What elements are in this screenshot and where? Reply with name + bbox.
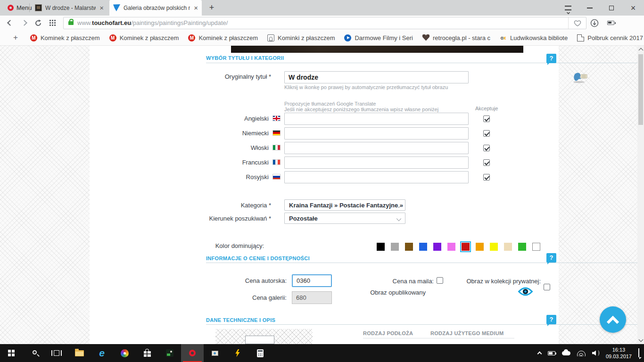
minimize-button[interactable] [579,0,601,16]
taskbar-start[interactable] [0,344,23,362]
language-label: Francuski [198,159,269,166]
close-icon: × [631,5,636,11]
published-eye-icon[interactable] [518,287,533,298]
bookmark-label: Polbruk cennik 2017 c [587,34,644,41]
taskbar-internet-explorer[interactable]: e [91,344,113,362]
tab-inactive[interactable]: W drodze - Malarstwo - Pe× [31,0,107,16]
taskbar-calculator[interactable] [249,344,272,362]
bookmark-item[interactable]: Kominek z płaszczem [183,34,263,41]
taskbar-file-explorer[interactable] [68,344,91,362]
taskbar-photo-app[interactable] [158,344,181,362]
bookmark-label: Kominek z płaszczem [41,34,100,41]
play-icon [344,34,351,41]
color-swatch-gray[interactable] [391,243,399,251]
category-select[interactable]: Kraina Fantazji » Postacie Fantazyjne » [284,199,405,211]
color-swatch-brown[interactable] [405,243,413,251]
opera-icon [189,350,196,356]
bookmark-item[interactable]: Kominki z płaszczem [263,34,339,41]
taskbar-opera[interactable] [181,344,204,362]
download-icon [590,19,599,27]
translate-icon[interactable] [571,70,588,85]
help-button-section2[interactable]: ? [546,253,556,263]
new-tab-button[interactable]: + [206,3,217,13]
speed-dial-button[interactable] [45,16,59,30]
accept-checkbox-fr[interactable] [483,159,490,166]
bookmark-item[interactable]: Kominek z płaszczem [105,34,184,41]
translation-input-gb[interactable] [284,113,469,125]
price-on-email-checkbox[interactable] [437,277,443,284]
add-bookmark-button[interactable]: + [13,33,18,42]
bookmark-heart-button[interactable] [568,17,586,29]
taskbar-windows-store[interactable] [136,344,158,362]
translation-input-it[interactable] [284,142,469,154]
address-bar: www.touchofart.eu/paintings/paintingsPai… [0,16,644,30]
maximize-button[interactable] [601,0,622,16]
color-swatch-red[interactable] [462,243,470,251]
tray-volume-button[interactable] [592,350,599,356]
scrollbar-up-arrow[interactable] [638,48,643,53]
accept-checkbox-gb[interactable] [483,115,490,122]
back-button[interactable] [3,16,17,30]
scrollbar-thumb[interactable] [638,54,643,125]
battery-saver-button[interactable] [603,16,619,30]
color-swatch-purple[interactable] [433,243,441,251]
bookmark-item[interactable]: Darmowe Filmy i Seri [339,34,418,41]
color-swatch-green[interactable] [518,243,526,251]
accept-checkbox-it[interactable] [483,145,490,151]
tray-onedrive-button[interactable] [562,351,570,355]
bookmark-item[interactable]: Ludwikowska bibliote [495,34,572,41]
private-collection-checkbox[interactable] [544,284,550,290]
accept-checkbox-ru[interactable] [483,174,490,181]
author-price-input[interactable] [292,274,332,287]
bookmark-label: retrocegla.pl - stara c [433,34,490,41]
tab-active[interactable]: Galeria obrazów polskich n× [109,0,202,16]
help-button-section1[interactable]: ? [546,54,556,63]
color-swatch-yellow[interactable] [490,243,498,251]
windows-store-icon [144,351,151,357]
help-button-section3[interactable]: ? [546,315,556,324]
close-button[interactable]: × [622,0,644,16]
tray-wifi-button[interactable] [577,350,586,356]
translation-input-fr[interactable] [284,156,469,169]
sidebar-toggle-button[interactable] [557,0,579,16]
original-title-input[interactable] [284,71,469,83]
taskbar-search[interactable] [23,344,45,362]
color-swatch-blue[interactable] [419,243,427,251]
taskbar-picasa[interactable] [113,344,136,362]
taskbar-task-view[interactable] [45,344,68,362]
color-swatch-black[interactable] [377,243,385,251]
upload-box[interactable] [245,336,274,344]
category-label: Kategoria * [186,202,271,209]
internet-explorer-icon: e [99,348,105,358]
translation-input-de[interactable] [284,127,469,140]
tab-close-button[interactable]: × [99,4,104,11]
forward-button[interactable] [17,16,31,30]
taskbar-image-viewer[interactable] [204,344,226,362]
scroll-to-top-button[interactable] [600,306,626,333]
reload-icon [34,19,42,27]
url-field[interactable]: www.touchofart.eu/paintings/paintingsPai… [63,17,586,29]
taskbar-winamp[interactable] [226,344,249,362]
color-swatch-white[interactable] [532,243,540,251]
color-swatch-beige[interactable] [504,243,512,251]
color-swatch-orange[interactable] [476,243,484,251]
page-scrollbar[interactable] [637,46,644,344]
tab-bar: Menu + × W drodze - Malarstwo - Pe×Galer… [0,0,644,16]
tray-battery-button[interactable] [548,351,555,355]
taskbar-clock[interactable]: 16:13 09.03.2017 [606,346,632,360]
downloads-button[interactable] [586,16,603,30]
action-center-button[interactable] [638,349,639,357]
search-direction-select[interactable]: Pozostałe [284,213,405,224]
bookmark-item[interactable]: retrocegla.pl - stara c [418,34,495,41]
reload-button[interactable] [31,16,45,30]
window-controls: × [557,0,644,16]
bookmark-item[interactable]: Polbruk cennik 2017 c [572,34,644,41]
bookmark-item[interactable]: Kominek z płaszczem [25,34,105,41]
tab-close-button[interactable]: × [194,4,198,11]
search-icon [33,350,37,354]
accept-checkbox-de[interactable] [483,130,490,137]
tray-chevron-up-button[interactable] [538,351,541,355]
color-swatch-pink[interactable] [447,243,455,251]
translation-input-ru[interactable] [284,171,469,183]
scrollbar-down-arrow[interactable] [638,337,643,342]
